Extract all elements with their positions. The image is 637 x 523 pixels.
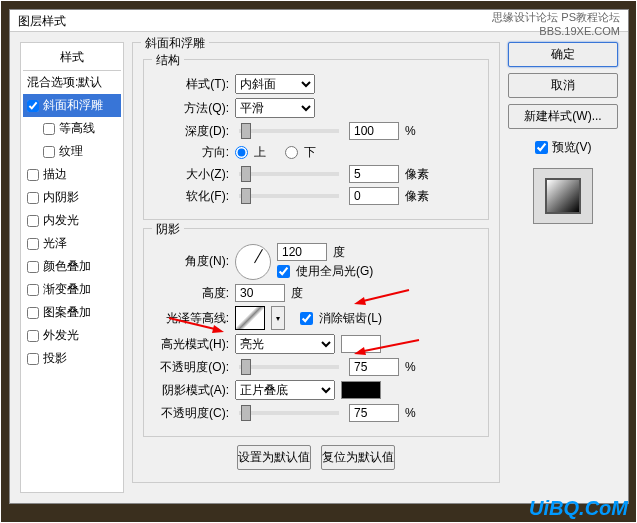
structure-title: 结构 (152, 52, 184, 69)
shading-title: 阴影 (152, 221, 184, 238)
bevel-title: 斜面和浮雕 (141, 35, 209, 52)
style-checkbox[interactable] (27, 192, 39, 204)
ok-button[interactable]: 确定 (508, 42, 618, 67)
gloss-contour-swatch[interactable] (235, 306, 265, 330)
style-item-等高线[interactable]: 等高线 (23, 117, 121, 140)
style-checkbox[interactable] (27, 330, 39, 342)
direction-up-radio[interactable] (235, 146, 248, 159)
style-item-渐变叠加[interactable]: 渐变叠加 (23, 278, 121, 301)
preview-swatch (545, 178, 581, 214)
style-checkbox[interactable] (43, 146, 55, 158)
style-label: 渐变叠加 (43, 281, 91, 298)
highlight-color-swatch[interactable] (341, 335, 381, 353)
dialog-title: 图层样式 (18, 14, 66, 28)
style-label: 斜面和浮雕 (43, 97, 103, 114)
cancel-button[interactable]: 取消 (508, 73, 618, 98)
style-label: 外发光 (43, 327, 79, 344)
direction-label: 方向: (154, 144, 229, 161)
shadow-color-swatch[interactable] (341, 381, 381, 399)
altitude-input[interactable] (235, 284, 285, 302)
style-item-内阴影[interactable]: 内阴影 (23, 186, 121, 209)
style-item-斜面和浮雕[interactable]: 斜面和浮雕 (23, 94, 121, 117)
shadow-opacity-slider[interactable] (239, 411, 339, 415)
make-default-button[interactable]: 设置为默认值 (237, 445, 311, 470)
gloss-contour-label: 光泽等高线: (154, 310, 229, 327)
style-item-纹理[interactable]: 纹理 (23, 140, 121, 163)
style-label: 投影 (43, 350, 67, 367)
highlight-opacity-slider[interactable] (239, 365, 339, 369)
style-item-光泽[interactable]: 光泽 (23, 232, 121, 255)
preview-box (533, 168, 593, 224)
style-item-颜色叠加[interactable]: 颜色叠加 (23, 255, 121, 278)
style-checkbox[interactable] (27, 307, 39, 319)
soften-slider[interactable] (239, 194, 339, 198)
style-item-描边[interactable]: 描边 (23, 163, 121, 186)
style-checkbox[interactable] (27, 215, 39, 227)
reset-default-button[interactable]: 复位为默认值 (321, 445, 395, 470)
highlight-mode-label: 高光模式(H): (154, 336, 229, 353)
angle-input[interactable] (277, 243, 327, 261)
shadow-mode-select[interactable]: 正片叠底 (235, 380, 335, 400)
style-checkbox[interactable] (27, 169, 39, 181)
shading-subgroup: 阴影 角度(N): 度 使用全局光(G) (143, 228, 489, 437)
style-checkbox[interactable] (27, 261, 39, 273)
global-light-check[interactable] (277, 265, 290, 278)
shadow-mode-label: 阴影模式(A): (154, 382, 229, 399)
styles-list: 样式 混合选项:默认 斜面和浮雕等高线纹理描边内阴影内发光光泽颜色叠加渐变叠加图… (20, 42, 124, 493)
depth-slider[interactable] (239, 129, 339, 133)
size-slider[interactable] (239, 172, 339, 176)
style-label: 光泽 (43, 235, 67, 252)
style-label: 内阴影 (43, 189, 79, 206)
style-label: 等高线 (59, 120, 95, 137)
layer-style-dialog: 图层样式 思缘设计论坛 PS教程论坛 BBS.19XE.COM 样式 混合选项:… (9, 9, 629, 504)
bevel-group: 斜面和浮雕 结构 样式(T): 内斜面 方法(Q): 平滑 深度(D): (132, 42, 500, 483)
style-item-投影[interactable]: 投影 (23, 347, 121, 370)
style-label: 图案叠加 (43, 304, 91, 321)
style-label: 纹理 (59, 143, 83, 160)
size-input[interactable] (349, 165, 399, 183)
style-label: 颜色叠加 (43, 258, 91, 275)
highlight-opacity-input[interactable] (349, 358, 399, 376)
watermark: 思缘设计论坛 PS教程论坛 BBS.19XE.COM (492, 10, 620, 37)
style-item-外发光[interactable]: 外发光 (23, 324, 121, 347)
style-label: 描边 (43, 166, 67, 183)
structure-subgroup: 结构 样式(T): 内斜面 方法(Q): 平滑 深度(D): % (143, 59, 489, 220)
angle-label: 角度(N): (154, 253, 229, 270)
angle-widget[interactable] (235, 244, 271, 280)
gloss-contour-dropdown[interactable]: ▾ (271, 306, 285, 330)
shadow-opacity-input[interactable] (349, 404, 399, 422)
style-item-内发光[interactable]: 内发光 (23, 209, 121, 232)
style-checkbox[interactable] (27, 100, 39, 112)
altitude-label: 高度: (154, 285, 229, 302)
style-checkbox[interactable] (27, 353, 39, 365)
size-label: 大小(Z): (154, 166, 229, 183)
shadow-opacity-label: 不透明度(C): (154, 405, 229, 422)
depth-input[interactable] (349, 122, 399, 140)
style-label: 内发光 (43, 212, 79, 229)
styles-header: 样式 (23, 45, 121, 71)
blend-options[interactable]: 混合选项:默认 (23, 71, 121, 94)
antialias-check[interactable] (300, 312, 313, 325)
depth-label: 深度(D): (154, 123, 229, 140)
technique-select[interactable]: 平滑 (235, 98, 315, 118)
style-label: 样式(T): (154, 76, 229, 93)
style-checkbox[interactable] (27, 284, 39, 296)
preview-check[interactable] (535, 141, 548, 154)
logo-text: UiBQ.CoM (529, 497, 628, 520)
technique-label: 方法(Q): (154, 100, 229, 117)
style-checkbox[interactable] (27, 238, 39, 250)
soften-input[interactable] (349, 187, 399, 205)
direction-down-radio[interactable] (285, 146, 298, 159)
soften-label: 软化(F): (154, 188, 229, 205)
highlight-opacity-label: 不透明度(O): (154, 359, 229, 376)
style-item-图案叠加[interactable]: 图案叠加 (23, 301, 121, 324)
new-style-button[interactable]: 新建样式(W)... (508, 104, 618, 129)
style-select[interactable]: 内斜面 (235, 74, 315, 94)
highlight-mode-select[interactable]: 亮光 (235, 334, 335, 354)
style-checkbox[interactable] (43, 123, 55, 135)
